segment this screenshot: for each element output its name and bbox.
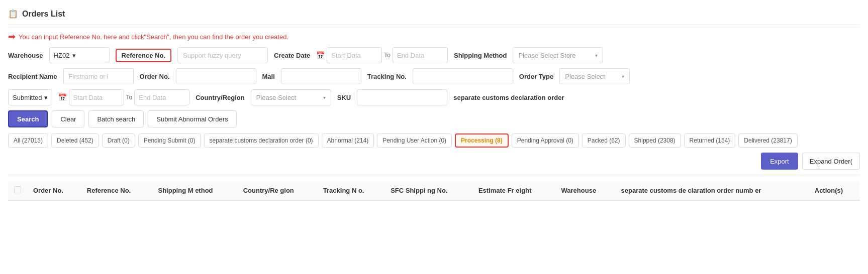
recipient-name-input[interactable]: [63, 68, 134, 84]
status-tab[interactable]: Pending Approval (0): [512, 133, 579, 148]
status-tabs-container: All (27015)Deleted (452)Draft (0)Pending…: [8, 133, 860, 148]
table-col-header: Country/Re gion: [237, 181, 317, 200]
page-container: 📋 Orders List ➡ You can input Reference …: [0, 0, 868, 274]
batch-search-button[interactable]: Batch search: [88, 110, 144, 127]
country-region-placeholder: Please Select: [256, 94, 297, 101]
shipping-method-select[interactable]: Please Select Store ▾: [513, 47, 603, 63]
separate-customs-label: separate customs declaration order: [453, 94, 564, 101]
warehouse-value: HZ02: [54, 52, 70, 59]
shipping-chevron-icon: ▾: [595, 53, 598, 58]
status-tab[interactable]: Pending Submit (0): [138, 133, 201, 148]
table-wrapper: Order No.Reference No.Shipping M ethodCo…: [8, 175, 860, 201]
create-date-label: Create Date: [274, 52, 310, 59]
page-title: Orders List: [22, 10, 65, 19]
sku-label: SKU: [337, 94, 351, 101]
table-header-row: Order No.Reference No.Shipping M ethodCo…: [8, 181, 860, 200]
start-date-input[interactable]: [327, 47, 382, 63]
to-separator-2: To: [126, 94, 133, 101]
table-col-header: Warehouse: [555, 181, 615, 200]
search-button[interactable]: Search: [8, 110, 48, 127]
ref-no-label: Reference No.: [116, 49, 171, 62]
mail-label: Mail: [262, 73, 275, 80]
order-type-label: Order Type: [519, 73, 553, 80]
submitted-select[interactable]: Submitted ▾: [8, 89, 52, 105]
warehouse-chevron-icon: ▾: [72, 52, 76, 59]
calendar-icon: 📅: [316, 51, 325, 59]
table-col-header: Shipping M ethod: [152, 181, 237, 200]
table-head: Order No.Reference No.Shipping M ethodCo…: [8, 181, 860, 200]
arrow-icon: ➡: [8, 31, 16, 42]
warehouse-label: Warehouse: [8, 52, 43, 59]
status-tab[interactable]: Draft (0): [102, 133, 135, 148]
expand-order-button[interactable]: Expand Order(: [802, 153, 860, 170]
select-all-checkbox[interactable]: [14, 186, 21, 193]
recipient-name-label: Recipient Name: [8, 73, 57, 80]
create-date-range: 📅 To: [316, 47, 448, 63]
order-type-placeholder: Please Select: [565, 73, 605, 80]
status-tab[interactable]: Abnormal (214): [322, 133, 374, 148]
shipping-method-label: Shipping Method: [454, 52, 507, 59]
table-col-header: Action(s): [809, 181, 860, 200]
status-tab[interactable]: All (27015): [8, 133, 48, 148]
export-row: Export Expand Order(: [8, 153, 860, 170]
status-tab[interactable]: Deleted (452): [51, 133, 99, 148]
status-tab[interactable]: Delivered (23817): [738, 133, 797, 148]
page-header: 📋 Orders List: [8, 5, 860, 25]
tooltip-text: You can input Reference No. here and cli…: [19, 33, 288, 41]
country-region-chevron-icon: ▾: [323, 95, 326, 100]
order-type-chevron-icon: ▾: [622, 74, 624, 79]
status-tab[interactable]: Packed (62): [582, 133, 626, 148]
shipping-method-placeholder: Please Select Store: [518, 52, 575, 59]
submitted-calendar-icon: 📅: [58, 93, 67, 101]
status-tab[interactable]: Pending User Action (0): [377, 133, 452, 148]
table-col-header: Estimate Fr eight: [472, 181, 555, 200]
ref-no-input[interactable]: [177, 47, 268, 63]
table-col-header: separate customs de claration order numb…: [615, 181, 809, 200]
warehouse-select[interactable]: HZ02 ▾: [49, 47, 110, 63]
submitted-chevron-icon: ▾: [44, 94, 48, 101]
order-no-label: Order No.: [140, 73, 170, 80]
table-col-header: Reference No.: [81, 181, 152, 200]
table-col-header: SFC Shippi ng No.: [384, 181, 472, 200]
orders-table: Order No.Reference No.Shipping M ethodCo…: [8, 181, 860, 201]
country-region-select[interactable]: Please Select ▾: [251, 89, 331, 105]
submitted-value: Submitted: [13, 94, 42, 101]
table-col-header: Tracking N o.: [317, 181, 384, 200]
order-type-select[interactable]: Please Select ▾: [559, 68, 630, 84]
end-date-input[interactable]: [393, 47, 448, 63]
status-tab[interactable]: Shipped (2308): [629, 133, 681, 148]
submitted-date-range: 📅 To: [58, 89, 190, 105]
export-button[interactable]: Export: [761, 153, 798, 170]
country-region-label: Country/Region: [196, 94, 245, 101]
sku-input[interactable]: [357, 89, 447, 105]
status-tab[interactable]: Processing (8): [455, 133, 509, 148]
submit-abnormal-button[interactable]: Submit Abnormal Orders: [148, 110, 236, 127]
mail-input[interactable]: [281, 68, 361, 84]
submitted-end-date-input[interactable]: [134, 89, 189, 105]
filter-row-3: Submitted ▾ 📅 To Country/Region Please S…: [8, 89, 860, 105]
clear-button[interactable]: Clear: [52, 110, 84, 127]
status-tab[interactable]: Returned (154): [684, 133, 736, 148]
filter-row-2: Recipient Name Order No. Mail Tracking N…: [8, 68, 860, 84]
to-separator-1: To: [384, 52, 391, 59]
table-col-header: Order No.: [27, 181, 81, 200]
buttons-row: Search Clear Batch search Submit Abnorma…: [8, 110, 860, 127]
filter-row-1: Warehouse HZ02 ▾ Reference No. Create Da…: [8, 47, 860, 63]
status-tab[interactable]: separate customs declaration order (0): [204, 133, 319, 148]
submitted-start-date-input[interactable]: [69, 89, 124, 105]
order-no-input[interactable]: [176, 68, 256, 84]
tooltip-banner: ➡ You can input Reference No. here and c…: [8, 31, 860, 42]
orders-icon: 📋: [8, 9, 18, 19]
tracking-no-label: Tracking No.: [367, 73, 407, 80]
tracking-no-input[interactable]: [413, 68, 513, 84]
